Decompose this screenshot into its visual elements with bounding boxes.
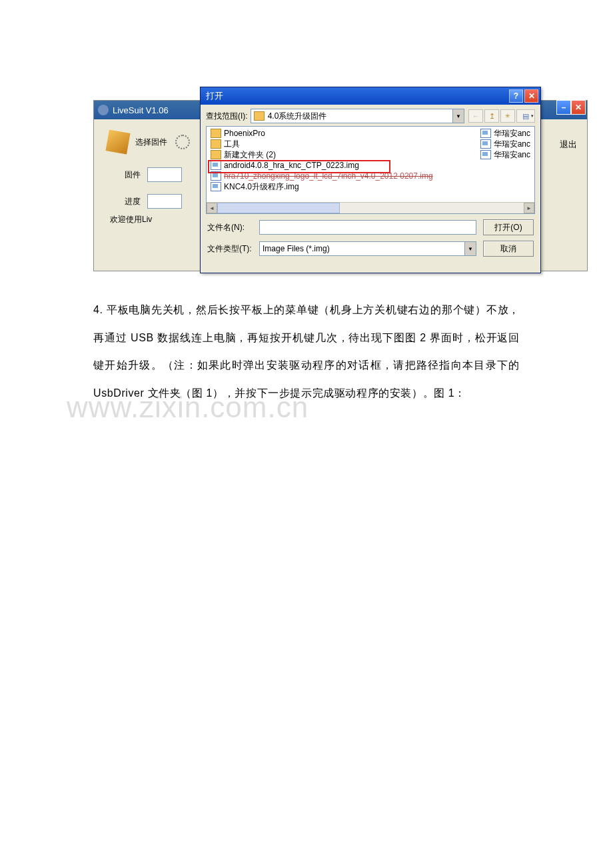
file-item-label: hra710_zhongxing_logo_lt_lcd_7inch_v4.0_… (224, 171, 433, 181)
livesuit-title-text: LiveSuit V1.06 (113, 105, 169, 115)
up-one-level-icon[interactable] (484, 109, 499, 123)
open-dialog-title: 打开 (206, 90, 223, 102)
lookin-label: 查找范围(I): (206, 111, 248, 122)
folder-icon (211, 150, 221, 159)
file-item[interactable]: PhoenixPro (209, 128, 434, 139)
img-file-icon (480, 150, 491, 159)
file-item[interactable]: android4.0.8_hra_knc_CTP_0223.img (209, 160, 434, 171)
file-item[interactable]: 华瑞安anc (479, 139, 532, 149)
progress-field (147, 194, 182, 209)
file-item-label: 华瑞安anc (494, 139, 530, 150)
folder-icon (254, 111, 265, 121)
firmware-field[interactable] (147, 167, 182, 182)
open-button[interactable]: 打开(O) (483, 219, 534, 235)
open-dialog-titlebar: 打开 ? ✕ (201, 87, 540, 105)
file-item-label: 华瑞安anc (494, 128, 530, 139)
scroll-left-icon[interactable]: ◄ (207, 203, 217, 213)
chevron-down-icon[interactable]: ▼ (452, 109, 464, 123)
instruction-paragraph: 4. 平板电脑先关机，然后长按平板上的菜单键（机身上方关机键右边的那个键）不放，… (93, 296, 520, 407)
scroll-track[interactable] (217, 203, 524, 213)
open-button-label: 打开(O) (494, 222, 522, 233)
img-file-icon (211, 161, 221, 170)
lookin-value: 4.0系统升级固件 (268, 111, 327, 122)
new-folder-icon[interactable] (500, 109, 515, 123)
help-icon[interactable]: ? (509, 89, 523, 103)
close-icon[interactable]: ✕ (524, 89, 538, 103)
livesuit-window-controls: – ✕ (556, 100, 586, 115)
file-list[interactable]: PhoenixPro工具新建文件夹 (2)android4.0.8_hra_kn… (206, 126, 535, 214)
file-item[interactable]: KNC4.0升级程序.img (209, 181, 434, 192)
file-item[interactable]: 工具 (209, 139, 434, 149)
gear-icon[interactable] (175, 135, 190, 149)
back-icon[interactable] (468, 109, 483, 123)
filetype-combo[interactable]: Image Files (*.img) ▼ (259, 241, 476, 256)
filename-row: 文件名(N): 打开(O) (207, 219, 534, 235)
horizontal-scrollbar[interactable]: ◄ ► (207, 202, 534, 213)
lookin-row: 查找范围(I): 4.0系统升级固件 ▼ (201, 105, 540, 126)
file-item-label: 新建文件夹 (2) (224, 149, 276, 161)
cancel-button-label: 取消 (500, 243, 516, 255)
folder-icon (211, 139, 221, 149)
filetype-row: 文件类型(T): Image Files (*.img) ▼ 取消 (207, 241, 534, 257)
img-file-icon (480, 129, 491, 138)
nav-toolbar (468, 109, 535, 123)
scroll-thumb[interactable] (217, 203, 340, 213)
exit-button[interactable]: 退出 (560, 139, 577, 151)
firmware-label: 固件 (107, 169, 141, 181)
img-file-icon (211, 182, 221, 191)
cube-icon (105, 129, 130, 154)
view-menu-icon[interactable] (516, 109, 535, 123)
file-item[interactable]: 华瑞安anc (479, 128, 532, 139)
progress-label: 进度 (107, 196, 141, 207)
file-item-label: android4.0.8_hra_knc_CTP_0223.img (224, 161, 359, 170)
file-item[interactable]: 华瑞安anc (479, 149, 532, 160)
img-file-icon (211, 171, 221, 181)
file-item-label: 工具 (224, 139, 240, 150)
cancel-button[interactable]: 取消 (483, 241, 534, 257)
filetype-value: Image Files (*.img) (263, 244, 330, 253)
file-item-label: 华瑞安anc (494, 149, 530, 161)
app-icon (98, 105, 109, 115)
chevron-down-icon[interactable]: ▼ (464, 242, 476, 255)
lookin-combo[interactable]: 4.0系统升级固件 ▼ (251, 109, 464, 123)
open-dialog: 打开 ? ✕ 查找范围(I): 4.0系统升级固件 ▼ (200, 87, 541, 273)
close-icon[interactable]: ✕ (571, 100, 586, 115)
select-firmware-label[interactable]: 选择固件 (135, 137, 167, 148)
file-item[interactable]: 新建文件夹 (2) (209, 149, 434, 160)
filename-label: 文件名(N): (207, 222, 259, 233)
scroll-right-icon[interactable]: ► (524, 203, 534, 213)
file-item[interactable]: hra710_zhongxing_logo_lt_lcd_7inch_v4.0_… (209, 171, 434, 181)
folder-icon (211, 129, 221, 138)
filetype-label: 文件类型(T): (207, 243, 259, 255)
minimize-icon[interactable]: – (556, 100, 571, 115)
screenshot-composite: LiveSuit V1.06 选择固件 固件 进度 欢迎使用Liv (93, 87, 586, 273)
file-item-label: KNC4.0升级程序.img (224, 181, 299, 193)
img-file-icon (480, 139, 491, 149)
file-item-label: PhoenixPro (224, 129, 265, 138)
filename-input[interactable] (259, 220, 476, 235)
